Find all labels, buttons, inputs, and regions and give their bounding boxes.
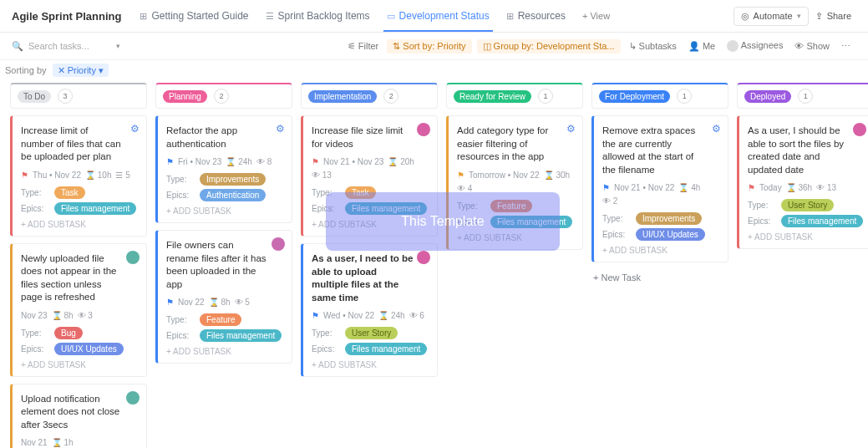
card-title: As a user, I need to be able to upload m…: [312, 252, 429, 304]
column-count: 1: [538, 89, 553, 104]
epic-tag: Files management: [345, 343, 427, 355]
column-name: Planning: [163, 90, 207, 103]
epic-tag: Files management: [54, 202, 136, 215]
column-header[interactable]: Planning2: [155, 83, 292, 109]
column-name: Ready for Review: [454, 90, 531, 103]
avatar[interactable]: [417, 251, 430, 264]
hours-icon: ⌛ 8h: [209, 298, 231, 307]
views-icon: 👁 2: [602, 196, 617, 206]
tab-sprint-backlog[interactable]: ☰Sprint Backlog Items: [259, 0, 377, 32]
add-subtask-button[interactable]: + ADD SUBTASK: [21, 220, 138, 229]
views-icon: 👁 6: [409, 311, 424, 320]
column-count: 2: [214, 89, 229, 104]
avatar[interactable]: [272, 237, 285, 251]
sort-button[interactable]: ⇅ Sort by: Priority: [387, 39, 471, 53]
subtasks-button[interactable]: ↳ Subtasks: [623, 41, 683, 52]
hours-icon: ⌛ 24h: [378, 311, 404, 320]
settings-icon[interactable]: ⚙: [712, 123, 721, 135]
add-subtask-button[interactable]: + ADD SUBTASK: [457, 233, 574, 242]
more-button[interactable]: ⋯: [835, 41, 858, 52]
card-meta: ⚑Tomorrow • Nov 22⌛ 30h👁 4: [457, 171, 574, 193]
card-title: Upload notification element does not clo…: [21, 393, 138, 432]
avatar[interactable]: [853, 123, 866, 136]
hours-icon: ⌛ 8h: [52, 311, 74, 320]
page-title: Agile Sprint Planning: [12, 10, 121, 23]
share-button[interactable]: ⇪Share: [809, 8, 858, 25]
epic-tag: Files management: [200, 329, 282, 342]
settings-icon[interactable]: ⚙: [566, 123, 576, 135]
column-header[interactable]: To Do3: [10, 83, 147, 109]
add-view-button[interactable]: + View: [576, 11, 617, 21]
task-card[interactable]: ⚙Increase limit of number of files that …: [10, 115, 147, 237]
epic-tag: UI/UX Updates: [636, 228, 705, 241]
column-count: 3: [58, 89, 73, 104]
card-title: Refactor the app authentication: [166, 125, 283, 150]
subtasks-icon: ☰ 5: [115, 171, 129, 180]
show-button[interactable]: 👁 Show: [789, 41, 835, 51]
type-tag: Improvements: [636, 212, 702, 225]
column-name: For Deployment: [599, 90, 670, 103]
card-meta: ⚑Today⌛ 36h👁 13: [748, 183, 865, 192]
column-todo: To Do3⚙Increase limit of number of files…: [10, 83, 147, 448]
tab-development-status[interactable]: ▭Development Status: [380, 0, 496, 32]
filter-button[interactable]: ⚟ Filter: [342, 41, 385, 52]
epic-tag: Files management: [490, 216, 572, 228]
chevron-down-icon: ▾: [797, 12, 801, 20]
tab-resources[interactable]: ⊞Resources: [500, 0, 572, 32]
task-card[interactable]: Increase file size limit for videos⚑Nov …: [301, 115, 438, 237]
task-card[interactable]: As a user, I should be able to sort the …: [737, 115, 868, 249]
group-button[interactable]: ◫ Group by: Development Sta...: [477, 39, 621, 53]
avatar[interactable]: [126, 391, 140, 405]
flag-icon: ⚑: [748, 183, 755, 192]
task-card[interactable]: File owners can rename files after it ha…: [155, 230, 292, 364]
add-subtask-button[interactable]: + ADD SUBTASK: [748, 232, 865, 242]
card-meta: ⚑Nov 21 • Nov 22⌛ 4h👁 2: [602, 183, 719, 206]
settings-icon[interactable]: ⚙: [130, 123, 140, 135]
automate-button[interactable]: ◎Automate▾: [733, 7, 809, 26]
list-icon: ☰: [266, 11, 274, 22]
me-button[interactable]: 👤 Me: [683, 41, 721, 52]
column-deployed: Deployed1As a user, I should be able to …: [737, 83, 868, 448]
type-tag: User Story: [781, 199, 834, 211]
column-impl: Implementation2Increase file size limit …: [301, 83, 438, 448]
card-meta: ⚑Fri • Nov 23⌛ 24h👁 8: [166, 157, 283, 166]
task-card[interactable]: Upload notification element does not clo…: [10, 384, 147, 448]
task-card[interactable]: ⚙Add category type for easier filtering …: [446, 115, 583, 250]
flag-icon: ⚑: [312, 311, 319, 320]
epic-tag: UI/UX Updates: [54, 343, 124, 355]
column-deploy: For Deployment1⚙Remove extra spaces the …: [591, 83, 728, 448]
tab-getting-started[interactable]: ⊞Getting Started Guide: [133, 0, 255, 32]
settings-icon[interactable]: ⚙: [276, 123, 285, 135]
hours-icon: ⌛ 36h: [786, 183, 812, 192]
avatar[interactable]: [126, 251, 140, 264]
column-header[interactable]: Deployed1: [737, 83, 868, 109]
column-header[interactable]: Ready for Review1: [446, 83, 583, 109]
task-card[interactable]: ⚙Remove extra spaces the are currently a…: [591, 115, 728, 262]
tabs: ⊞Getting Started Guide ☰Sprint Backlog I…: [133, 0, 617, 32]
add-subtask-button[interactable]: + ADD SUBTASK: [166, 347, 283, 356]
column-header[interactable]: For Deployment1: [591, 83, 728, 109]
sorting-chip[interactable]: ✕ Priority ▾: [53, 64, 109, 77]
card-title: Add category type for easier filtering o…: [457, 125, 574, 164]
task-card[interactable]: ⚙Refactor the app authentication⚑Fri • N…: [155, 115, 292, 223]
card-title: Increase file size limit for videos: [312, 125, 429, 150]
card-title: As a user, I should be able to sort the …: [748, 125, 865, 176]
flag-icon: ⚑: [166, 157, 174, 166]
add-subtask-button[interactable]: + ADD SUBTASK: [21, 360, 138, 369]
search-input[interactable]: 🔍Search tasks...▾: [12, 41, 120, 52]
add-subtask-button[interactable]: + ADD SUBTASK: [312, 220, 429, 229]
add-subtask-button[interactable]: + ADD SUBTASK: [602, 246, 719, 255]
column-count: 2: [383, 89, 398, 104]
task-card[interactable]: As a user, I need to be able to upload m…: [301, 243, 438, 377]
hours-icon: ⌛ 10h: [85, 171, 111, 180]
assignees-button[interactable]: Assignees: [721, 40, 789, 52]
new-task-button[interactable]: + New Task: [591, 269, 728, 286]
search-icon: 🔍: [12, 41, 23, 52]
add-subtask-button[interactable]: + ADD SUBTASK: [312, 360, 429, 369]
task-card[interactable]: Newly uploaded file does not appear in t…: [10, 243, 147, 377]
add-subtask-button[interactable]: + ADD SUBTASK: [166, 206, 283, 216]
avatar[interactable]: [417, 123, 430, 136]
flag-icon: ⚑: [166, 298, 174, 307]
column-header[interactable]: Implementation2: [301, 83, 438, 109]
column-name: Implementation: [308, 90, 377, 103]
